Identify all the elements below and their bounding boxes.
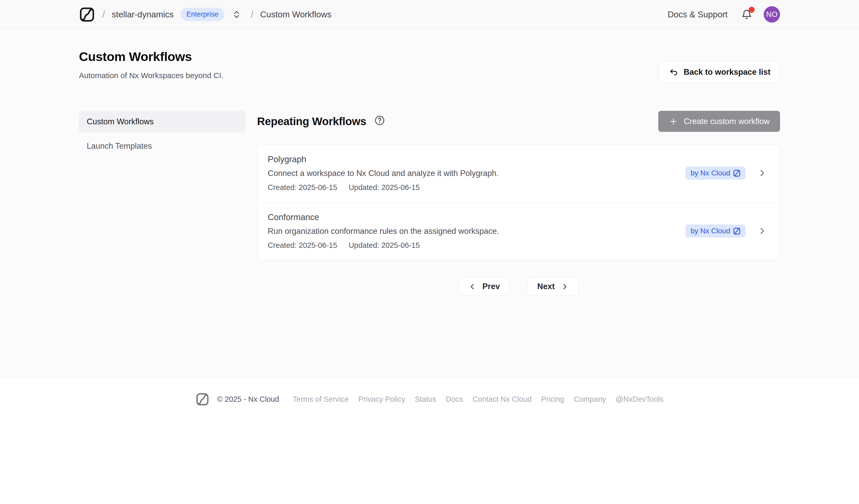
footer-copyright: © 2025 - Nx Cloud xyxy=(217,395,279,403)
prev-page-button[interactable]: Prev xyxy=(458,277,510,295)
nx-badge-icon xyxy=(733,169,741,177)
prev-label: Prev xyxy=(482,282,500,291)
create-button-label: Create custom workflow xyxy=(684,117,770,126)
back-to-workspace-list-button[interactable]: Back to workspace list xyxy=(659,61,780,83)
help-icon[interactable] xyxy=(374,115,385,126)
plus-icon xyxy=(669,117,678,126)
workflow-created: Created: 2025-06-15 xyxy=(268,183,337,192)
next-page-button[interactable]: Next xyxy=(528,277,578,295)
footer-link-privacy[interactable]: Privacy Policy xyxy=(358,395,405,403)
footer-link-status[interactable]: Status xyxy=(415,395,436,403)
notifications-button[interactable] xyxy=(741,9,752,20)
footer-nx-logo-icon xyxy=(196,393,209,406)
workflow-name: Conformance xyxy=(268,212,685,222)
breadcrumb: / stellar-dynamics Enterprise / Custom W… xyxy=(79,6,331,22)
workflow-updated: Updated: 2025-06-15 xyxy=(349,183,420,192)
notification-dot xyxy=(749,7,755,13)
breadcrumb-workspace[interactable]: stellar-dynamics xyxy=(112,10,174,19)
nx-logo-icon[interactable] xyxy=(79,6,95,22)
workflow-row-conformance[interactable]: Conformance Run organization conformance… xyxy=(257,202,780,260)
sidebar-item-launch-templates[interactable]: Launch Templates xyxy=(79,135,245,157)
footer-link-contact[interactable]: Contact Nx Cloud xyxy=(472,395,531,403)
create-custom-workflow-button[interactable]: Create custom workflow xyxy=(658,111,780,132)
breadcrumb-page: Custom Workflows xyxy=(260,10,331,19)
avatar[interactable]: NO xyxy=(764,6,780,22)
by-nx-cloud-badge[interactable]: by Nx Cloud xyxy=(685,167,745,180)
workflow-row-polygraph[interactable]: Polygraph Connect a workspace to Nx Clou… xyxy=(257,144,780,202)
chevron-right-icon xyxy=(757,168,767,178)
breadcrumb-separator: / xyxy=(251,9,254,20)
footer-link-company[interactable]: Company xyxy=(574,395,606,403)
arrow-back-icon xyxy=(669,67,679,77)
footer-link-terms[interactable]: Terms of Service xyxy=(293,395,349,403)
settings-sidebar: Custom Workflows Launch Templates xyxy=(79,111,245,159)
app-surface: / stellar-dynamics Enterprise / Custom W… xyxy=(0,0,859,377)
workflow-name: Polygraph xyxy=(268,154,685,164)
workspace-switcher-icon[interactable] xyxy=(232,10,241,19)
chevron-right-icon xyxy=(757,226,767,236)
footer-link-docs[interactable]: Docs xyxy=(446,395,463,403)
badge-label: by Nx Cloud xyxy=(691,169,730,177)
section-title: Repeating Workflows xyxy=(257,115,366,128)
main-panel: Repeating Workflows Create custom workfl… xyxy=(257,111,780,295)
nx-badge-icon xyxy=(733,227,741,235)
workflow-updated: Updated: 2025-06-15 xyxy=(349,241,420,250)
plan-badge: Enterprise xyxy=(180,8,224,21)
page-subtitle: Automation of Nx Workspaces beyond CI. xyxy=(79,71,223,80)
footer-link-pricing[interactable]: Pricing xyxy=(541,395,564,403)
workflow-list: Polygraph Connect a workspace to Nx Clou… xyxy=(257,144,780,260)
docs-support-link[interactable]: Docs & Support xyxy=(668,10,728,19)
by-nx-cloud-badge[interactable]: by Nx Cloud xyxy=(685,225,745,238)
top-nav: / stellar-dynamics Enterprise / Custom W… xyxy=(0,0,859,29)
page-header: Custom Workflows Automation of Nx Worksp… xyxy=(79,29,780,83)
workflow-created: Created: 2025-06-15 xyxy=(268,241,337,250)
next-label: Next xyxy=(537,282,555,291)
chevron-right-icon xyxy=(561,282,569,291)
workflow-description: Run organization conformance rules on th… xyxy=(268,227,685,236)
sidebar-item-custom-workflows[interactable]: Custom Workflows xyxy=(79,111,245,133)
footer: © 2025 - Nx Cloud Terms of Service Priva… xyxy=(0,377,859,406)
back-button-label: Back to workspace list xyxy=(684,67,770,77)
breadcrumb-separator: / xyxy=(102,9,105,20)
badge-label: by Nx Cloud xyxy=(691,227,730,235)
pagination: Prev Next xyxy=(257,277,780,295)
footer-links: Terms of Service Privacy Policy Status D… xyxy=(293,395,663,403)
chevron-left-icon xyxy=(468,282,476,291)
footer-link-nxdevtools[interactable]: @NxDevTools xyxy=(616,395,663,403)
header-actions: Docs & Support NO xyxy=(668,6,780,22)
workflow-description: Connect a workspace to Nx Cloud and anal… xyxy=(268,169,685,178)
page-title: Custom Workflows xyxy=(79,49,223,64)
